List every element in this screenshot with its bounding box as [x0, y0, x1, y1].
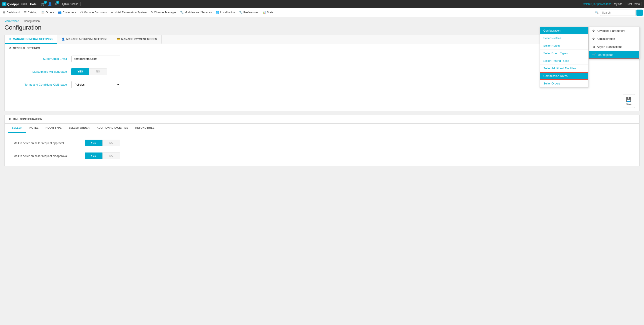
mail-tab-refund-label: REFUND RULE [135, 126, 154, 130]
administration-icon: ⚙ [592, 37, 595, 40]
mail-tab-seller-order[interactable]: SELLER ORDER [65, 124, 93, 133]
submenu-commission-rates[interactable]: Commission Rates [540, 72, 588, 80]
adyen-label: Adyen Transactions [597, 45, 622, 48]
seller-profiles-label: Seller Profiles [543, 36, 561, 40]
mail-tab-refund[interactable]: REFUND RULE [132, 124, 158, 133]
nav-catalog[interactable]: ☰ Catalog [22, 8, 39, 17]
more-options-button[interactable]: ··· [636, 10, 643, 16]
top-navbar: Q QloApps 1.6.0.0 Hotel 🛒 1 👤 ✉ 2 Quick … [0, 0, 644, 8]
context-submenu: Configuration Seller Profiles Seller Hot… [540, 27, 588, 88]
tab-general[interactable]: ⚙ MANAGE GENERAL SETTINGS [5, 35, 57, 44]
submenu-seller-orders[interactable]: Seller Orders [540, 80, 588, 87]
nav-localization[interactable]: 🌐 Localization [214, 8, 237, 17]
disapproval-yes-button[interactable]: YES [85, 152, 102, 159]
explore-addons-link[interactable]: Explore QloApps Addons [582, 2, 611, 6]
mail-tab-hotel[interactable]: HOTEL [26, 124, 42, 133]
tab-approval[interactable]: 👤 MANAGE APPROVAL SETTINGS [57, 35, 112, 44]
quick-access-button[interactable]: Quick Access [60, 2, 81, 6]
tab-payment[interactable]: 💳 MANAGE PAYMENT MODES [112, 35, 162, 44]
logo-icon: Q [2, 2, 6, 6]
search-container: 🔍 ··· [594, 10, 643, 16]
general-settings-label: GENERAL SETTINGS [13, 47, 40, 50]
terms-select[interactable]: Policies Legal Privacy Policy Terms of U… [71, 81, 120, 88]
nav-preferences-label: Preferences [243, 11, 258, 14]
dropdown-administration[interactable]: ⚙ Administration [589, 35, 639, 43]
my-site-link[interactable]: My site [614, 2, 622, 6]
user-icon-tab: 👤 [62, 38, 65, 41]
user-icon[interactable]: 👤 [48, 2, 52, 6]
dropdown-adyen[interactable]: 🖥 Adyen Transactions [589, 43, 639, 51]
breadcrumb-current: Configuration [24, 20, 40, 23]
submenu-configuration[interactable]: Configuration [540, 27, 588, 34]
administration-label: Administration [597, 37, 615, 40]
nav-dashboard[interactable]: ⊞ Dashboard [1, 8, 22, 17]
dropdown-advanced-params[interactable]: ⚙ Advanced Parameters [589, 27, 639, 35]
marketplace-label: Marketplace [598, 53, 613, 56]
top-nav-icons: 🛒 1 👤 ✉ 2 [41, 2, 58, 6]
nav-hotel-reservation-label: Hotel Reservation System [114, 11, 147, 14]
advanced-params-icon: ⚙ [592, 29, 595, 32]
logo-text: QloApps [7, 2, 19, 6]
mail-approval-row: Mail to seller on seller request approva… [5, 136, 639, 150]
nav-stats[interactable]: 📊 Stats [261, 8, 275, 17]
mail-tab-room-type-label: ROOM TYPE [46, 126, 62, 130]
superadmin-email-input[interactable] [71, 56, 120, 62]
save-disk-icon: 💾 [626, 97, 632, 102]
cart-icon[interactable]: 🛒 1 [41, 2, 45, 6]
no-button[interactable]: NO [89, 68, 107, 75]
submenu-seller-room-types[interactable]: Seller Room Types [540, 50, 588, 57]
nav-orders-label: Orders [46, 11, 54, 14]
tab-payment-label: MANAGE PAYMENT MODES [121, 38, 157, 41]
approval-no-button[interactable]: NO [102, 140, 120, 146]
dropdown-marketplace[interactable]: 🛒 Marketplace [589, 51, 639, 59]
submenu-seller-additional[interactable]: Seller Additional Facilities [540, 65, 588, 72]
yes-no-toggle: YES NO [71, 68, 107, 75]
nav-modules-label: Modules and Services [184, 11, 212, 14]
localization-icon: 🌐 [216, 11, 219, 14]
version-label: 1.6.0.0 [21, 3, 28, 5]
adyen-icon: 🖥 [592, 45, 595, 48]
catalog-icon: ☰ [24, 11, 27, 14]
breadcrumb-parent[interactable]: Marketplace [4, 20, 19, 23]
nav-hotel-reservation[interactable]: 🛏 Hotel Reservation System [109, 8, 148, 17]
nav-channel-manager[interactable]: ↻ Channel Manager [149, 8, 178, 17]
nav-orders[interactable]: 📋 Orders [39, 8, 56, 17]
advanced-params-label: Advanced Parameters [597, 29, 625, 32]
mail-tab-hotel-label: HOTEL [29, 126, 38, 130]
save-button[interactable]: 💾 Save [623, 94, 635, 108]
approval-yes-button[interactable]: YES [85, 140, 102, 146]
submenu-seller-refund-rules[interactable]: Seller Refund Rules [540, 57, 588, 65]
nav-modules[interactable]: 🔧 Modules and Services [178, 8, 214, 17]
preferences-icon: 🔧 [239, 11, 242, 14]
submenu-seller-profiles[interactable]: Seller Profiles [540, 34, 588, 42]
nav-dashboard-label: Dashboard [6, 11, 20, 14]
submenu-seller-hotels[interactable]: Seller Hotels [540, 42, 588, 50]
seller-hotels-label: Seller Hotels [543, 44, 560, 47]
disapproval-no-button[interactable]: NO [102, 152, 120, 159]
test-demo-button[interactable]: Test Demo [625, 2, 642, 6]
messages-icon[interactable]: ✉ 2 [55, 2, 58, 6]
search-input[interactable] [600, 10, 636, 16]
gear-icon-section: ⚙ [9, 47, 12, 50]
mail-disapproval-row: Mail to seller on seller request disappr… [5, 150, 639, 162]
mail-tab-seller[interactable]: SELLER [8, 124, 26, 133]
mail-tab-additional[interactable]: ADDITIONAL FACILITIES [93, 124, 132, 133]
breadcrumb-separator: / [21, 20, 21, 23]
mail-approval-label: Mail to seller on seller request approva… [14, 142, 80, 145]
commission-rates-label: Commission Rates [543, 74, 568, 78]
mail-tabs: SELLER HOTEL ROOM TYPE SELLER ORDER ADDI… [5, 124, 639, 133]
yes-button[interactable]: YES [71, 68, 89, 75]
cart-badge: 1 [44, 1, 47, 4]
nav-manage-discounts-label: Manage Discounts [84, 11, 107, 14]
nav-manage-discounts[interactable]: 🏷 Manage Discounts [78, 8, 109, 17]
save-container: 💾 Save [5, 91, 639, 111]
search-icon[interactable]: 🔍 [594, 11, 600, 14]
seller-additional-label: Seller Additional Facilities [543, 67, 576, 70]
mail-tab-room-type[interactable]: ROOM TYPE [42, 124, 65, 133]
main-navbar: ⊞ Dashboard ☰ Catalog 📋 Orders 👥 Custome… [0, 8, 644, 17]
terms-label: Terms and Conditions CMS page [9, 83, 71, 86]
nav-customers-label: Customers [62, 11, 76, 14]
nav-customers[interactable]: 👥 Customers [56, 8, 78, 17]
nav-preferences[interactable]: 🔧 Preferences [237, 8, 260, 17]
stats-icon: 📊 [262, 11, 266, 14]
